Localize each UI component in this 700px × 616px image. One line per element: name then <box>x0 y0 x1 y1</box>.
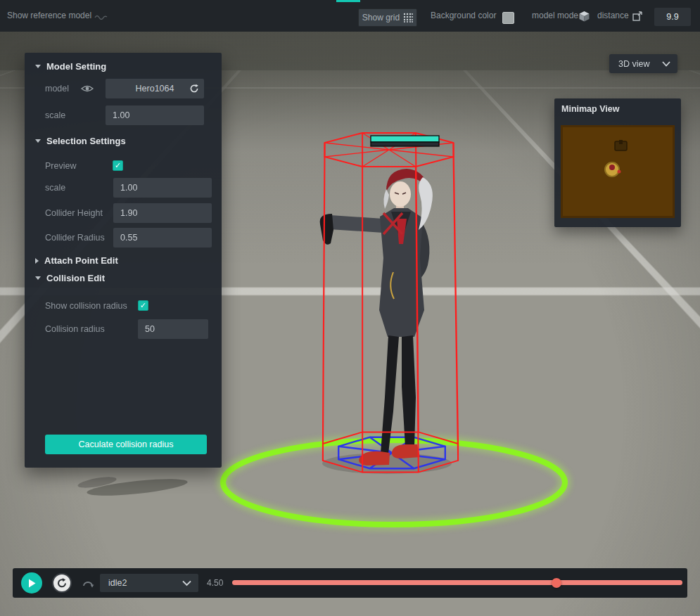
minimap-panel: Minimap View <box>554 98 681 227</box>
caret-right-icon <box>35 258 39 264</box>
distance-icon <box>632 11 644 22</box>
caret-down-icon <box>35 65 41 68</box>
view-mode-dropdown[interactable]: 3D view <box>609 54 677 73</box>
collider-radius-input[interactable] <box>113 228 212 248</box>
collider-height-input[interactable] <box>113 203 212 223</box>
background-color-swatch[interactable] <box>502 12 514 24</box>
preview-checkbox[interactable] <box>113 160 123 171</box>
playback-time: 4.50 <box>207 568 223 598</box>
scale-label: scale <box>45 105 65 125</box>
grid-dots-icon <box>403 13 413 23</box>
show-reference-model-toggle[interactable]: Show reference model <box>7 0 91 32</box>
section-selection-settings[interactable]: Selection Settings <box>35 136 126 146</box>
health-bar <box>371 136 439 146</box>
model-mode-cube-icon[interactable] <box>578 11 590 22</box>
minimap-markers <box>561 125 675 218</box>
restart-button[interactable] <box>52 573 72 593</box>
show-collision-radius-label: Show collision radius <box>45 296 127 316</box>
refresh-model-icon[interactable] <box>189 84 199 94</box>
model-settings-panel: Model Setting model Hero1064 scale Selec… <box>25 53 222 468</box>
show-grid-button[interactable]: Show grid <box>358 8 417 27</box>
model-label: model <box>45 79 69 98</box>
animation-name: idle2 <box>108 578 127 588</box>
minimap-title: Minimap View <box>561 104 619 114</box>
model-name-value: Hero1064 <box>136 84 174 94</box>
view-mode-label: 3D view <box>618 59 649 69</box>
model-setting-header: Model Setting <box>46 61 106 72</box>
show-collision-radius-checkbox[interactable] <box>138 300 148 311</box>
play-button[interactable] <box>21 572 42 593</box>
restart-icon <box>56 577 68 589</box>
section-attach-point-edit[interactable]: Attach Point Edit <box>35 255 118 266</box>
distance-value: 9.9 <box>666 12 678 22</box>
playback-bar: idle2 4.50 <box>13 568 687 598</box>
timeline-track[interactable] <box>232 580 682 585</box>
show-grid-label: Show grid <box>362 13 400 23</box>
minimap-image <box>561 125 675 218</box>
section-model-setting[interactable]: Model Setting <box>35 61 106 72</box>
collision-edit-header: Collision Edit <box>46 273 105 283</box>
collision-radius-input[interactable] <box>138 319 208 339</box>
minimap-chest-icon <box>615 140 627 150</box>
collider-radius-label: Collider Radius <box>45 228 105 248</box>
collider-height-label: Collider Height <box>45 203 103 223</box>
model-visibility-eye-icon[interactable] <box>81 84 94 93</box>
distance-label: distance <box>597 0 629 32</box>
animation-dropdown[interactable]: idle2 <box>100 574 198 592</box>
section-collision-edit[interactable]: Collision Edit <box>35 273 105 283</box>
timeline-slider[interactable] <box>232 578 682 588</box>
scale-input[interactable] <box>106 105 204 125</box>
selection-scale-input[interactable] <box>113 178 212 198</box>
preview-label: Preview <box>45 156 76 176</box>
loop-icon <box>81 577 95 589</box>
collision-radius-label: Collision radius <box>45 319 105 339</box>
caret-down-icon <box>35 276 41 280</box>
selection-settings-header: Selection Settings <box>46 136 126 146</box>
loop-toggle-button[interactable] <box>81 577 95 589</box>
selection-scale-label: scale <box>45 178 65 198</box>
background-color-label: Background color <box>431 0 496 32</box>
model-name-input[interactable]: Hero1064 <box>106 79 204 98</box>
reference-model-icon <box>94 14 108 20</box>
playback-slider-handle[interactable] <box>552 578 561 588</box>
model-mode-label: model mode <box>532 0 578 32</box>
distance-value-input[interactable]: 9.9 <box>654 8 691 26</box>
attach-point-header: Attach Point Edit <box>44 255 118 266</box>
top-toolbar: Show reference model Show grid Backgroun… <box>0 0 700 32</box>
chevron-down-icon <box>182 580 191 586</box>
caret-down-icon <box>35 139 41 143</box>
play-icon <box>28 579 36 588</box>
chevron-down-icon <box>662 61 670 67</box>
active-tab-indicator <box>336 0 360 2</box>
calculate-collision-radius-button[interactable]: Caculate collision radius <box>45 435 207 454</box>
